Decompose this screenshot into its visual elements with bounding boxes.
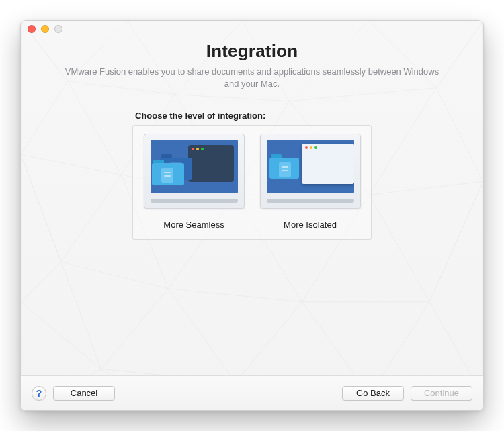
cancel-button[interactable]: Cancel xyxy=(53,386,115,401)
continue-button[interactable]: Continue xyxy=(411,386,472,401)
page-title: Integration xyxy=(206,41,298,62)
window-minimize-button[interactable] xyxy=(41,25,49,33)
choice-seamless-label: More Seamless xyxy=(163,220,224,230)
window-close-button[interactable] xyxy=(28,25,36,33)
choice-more-isolated[interactable]: More Isolated xyxy=(257,134,363,230)
choice-more-seamless[interactable]: More Seamless xyxy=(141,134,247,230)
isolated-illustration xyxy=(260,134,361,209)
integration-choice-group: More Seamless xyxy=(132,125,372,240)
integration-prompt-label: Choose the level of integration: xyxy=(135,111,265,121)
seamless-illustration xyxy=(144,134,245,209)
help-button[interactable]: ? xyxy=(32,386,46,401)
content-area: Integration VMware Fusion enables you to… xyxy=(21,37,483,375)
installer-window: Integration VMware Fusion enables you to… xyxy=(20,20,484,411)
go-back-button[interactable]: Go Back xyxy=(342,386,404,401)
window-zoom-button[interactable] xyxy=(54,25,62,33)
footer-toolbar: ? Cancel Go Back Continue xyxy=(21,375,483,410)
titlebar xyxy=(21,21,483,37)
page-subtitle: VMware Fusion enables you to share docum… xyxy=(64,66,440,89)
choice-isolated-label: More Isolated xyxy=(284,220,337,230)
